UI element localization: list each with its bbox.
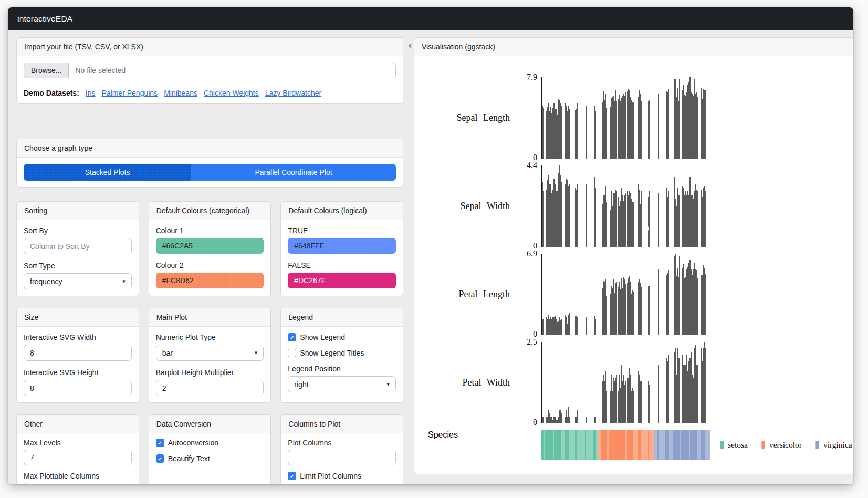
bar[interactable] bbox=[692, 94, 693, 159]
bar[interactable] bbox=[557, 191, 558, 247]
bar[interactable] bbox=[621, 278, 622, 335]
bar[interactable] bbox=[644, 199, 644, 247]
bar[interactable] bbox=[572, 410, 572, 423]
bar[interactable] bbox=[556, 109, 557, 159]
bar[interactable] bbox=[676, 276, 677, 335]
bar[interactable] bbox=[632, 202, 633, 247]
bar[interactable] bbox=[585, 191, 585, 247]
bar[interactable] bbox=[551, 193, 552, 247]
bar[interactable] bbox=[548, 315, 549, 335]
bar[interactable] bbox=[689, 77, 690, 159]
bar[interactable] bbox=[555, 184, 556, 247]
bar[interactable] bbox=[663, 84, 663, 159]
bar[interactable] bbox=[689, 358, 690, 423]
bar[interactable] bbox=[543, 417, 544, 423]
svg-width-input[interactable] bbox=[24, 345, 132, 361]
bar[interactable] bbox=[572, 107, 572, 159]
autoconversion-checkbox[interactable]: ✔ bbox=[156, 439, 164, 447]
bar[interactable] bbox=[647, 107, 647, 159]
bar[interactable] bbox=[678, 277, 679, 335]
bar[interactable] bbox=[697, 191, 698, 247]
bar[interactable] bbox=[561, 319, 562, 335]
bar[interactable] bbox=[546, 190, 546, 247]
bar[interactable] bbox=[625, 381, 626, 423]
bar[interactable] bbox=[549, 111, 550, 159]
bar[interactable] bbox=[651, 100, 651, 159]
bar[interactable] bbox=[691, 195, 692, 247]
bar[interactable] bbox=[667, 273, 668, 335]
bar[interactable] bbox=[568, 186, 569, 247]
bar[interactable] bbox=[591, 107, 591, 159]
bar[interactable] bbox=[674, 177, 674, 247]
bar[interactable] bbox=[569, 417, 570, 423]
bar[interactable] bbox=[697, 97, 698, 159]
bar[interactable] bbox=[613, 96, 614, 159]
bar[interactable] bbox=[649, 286, 650, 335]
bar[interactable] bbox=[657, 191, 657, 247]
bar[interactable] bbox=[553, 417, 554, 423]
bar[interactable] bbox=[704, 268, 705, 335]
bar[interactable] bbox=[600, 188, 600, 247]
bar[interactable] bbox=[571, 316, 571, 335]
bar[interactable] bbox=[657, 355, 657, 423]
bar[interactable] bbox=[619, 282, 620, 335]
bar[interactable] bbox=[692, 375, 693, 423]
bar[interactable] bbox=[693, 269, 694, 335]
bar[interactable] bbox=[620, 101, 621, 159]
bar[interactable] bbox=[566, 106, 567, 159]
bar[interactable] bbox=[653, 300, 653, 335]
bar[interactable] bbox=[668, 355, 669, 423]
bar[interactable] bbox=[610, 391, 610, 423]
bar[interactable] bbox=[655, 94, 655, 159]
bar[interactable] bbox=[708, 91, 708, 159]
bar[interactable] bbox=[677, 348, 678, 423]
bar[interactable] bbox=[620, 289, 621, 335]
bar[interactable] bbox=[654, 100, 654, 159]
bar[interactable] bbox=[621, 98, 622, 159]
bar[interactable] bbox=[603, 91, 604, 159]
bar[interactable] bbox=[599, 87, 599, 159]
bar[interactable] bbox=[598, 417, 598, 423]
bar[interactable] bbox=[657, 265, 657, 335]
bar[interactable] bbox=[710, 191, 710, 247]
bar[interactable] bbox=[658, 365, 658, 423]
numeric-plot-type-select[interactable]: bar ▾ bbox=[156, 345, 264, 361]
bar[interactable] bbox=[598, 186, 598, 247]
bar[interactable] bbox=[564, 177, 564, 247]
bar[interactable] bbox=[571, 417, 571, 423]
bar[interactable] bbox=[593, 109, 593, 159]
bar[interactable] bbox=[555, 316, 556, 335]
bar[interactable] bbox=[683, 264, 684, 335]
bar[interactable] bbox=[699, 272, 699, 335]
bar[interactable] bbox=[598, 319, 598, 335]
bar[interactable] bbox=[609, 197, 609, 247]
bar[interactable] bbox=[658, 269, 658, 335]
bar[interactable] bbox=[593, 413, 593, 423]
bar[interactable] bbox=[595, 417, 596, 423]
bar[interactable] bbox=[556, 191, 557, 247]
bar[interactable] bbox=[645, 281, 645, 335]
bar[interactable] bbox=[685, 191, 686, 247]
bar[interactable] bbox=[684, 195, 685, 247]
bar[interactable] bbox=[624, 195, 625, 247]
bar[interactable] bbox=[673, 365, 673, 423]
bar[interactable] bbox=[609, 378, 609, 423]
bar[interactable] bbox=[671, 99, 671, 159]
bar[interactable] bbox=[549, 184, 550, 247]
bar[interactable] bbox=[615, 378, 616, 423]
bar[interactable] bbox=[672, 188, 672, 247]
bar[interactable] bbox=[545, 320, 545, 335]
bar[interactable] bbox=[583, 417, 583, 423]
bar[interactable] bbox=[630, 375, 631, 423]
bar[interactable] bbox=[631, 100, 632, 159]
bar[interactable] bbox=[547, 180, 548, 247]
bar[interactable] bbox=[553, 179, 554, 247]
plot-columns-input[interactable] bbox=[288, 450, 396, 465]
bar[interactable] bbox=[652, 381, 652, 423]
bar[interactable] bbox=[546, 317, 546, 335]
bar[interactable] bbox=[614, 193, 615, 247]
colour1-input[interactable]: #66C2A5 bbox=[156, 238, 264, 254]
bar[interactable] bbox=[696, 365, 697, 423]
bar[interactable] bbox=[613, 279, 614, 335]
bar[interactable] bbox=[645, 378, 645, 423]
